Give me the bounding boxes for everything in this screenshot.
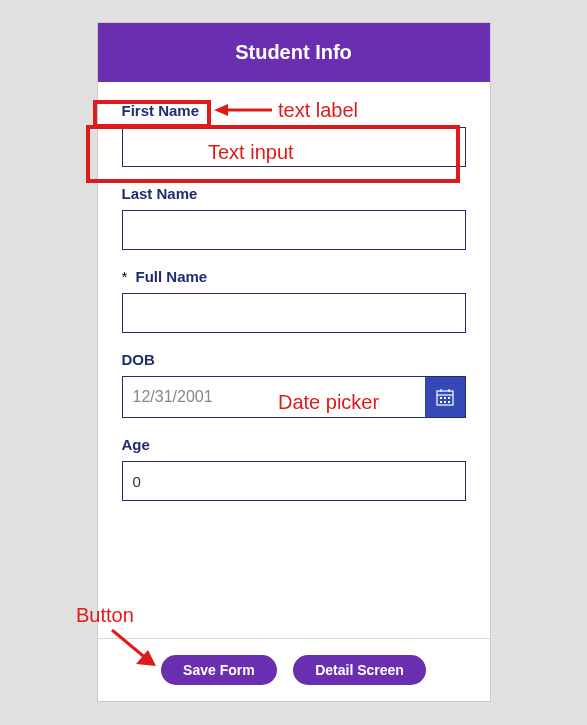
svg-rect-8: [444, 401, 446, 403]
svg-rect-6: [448, 397, 450, 399]
last-name-field: Last Name: [122, 185, 466, 250]
required-star: *: [122, 268, 128, 285]
last-name-label: Last Name: [122, 185, 466, 202]
svg-rect-5: [444, 397, 446, 399]
age-input[interactable]: [122, 461, 466, 501]
first-name-label: First Name: [122, 102, 466, 119]
svg-rect-4: [440, 397, 442, 399]
first-name-field: First Name: [122, 102, 466, 167]
age-label: Age: [122, 436, 466, 453]
first-name-input[interactable]: [122, 127, 466, 167]
card-title: Student Info: [235, 41, 352, 63]
full-name-field: * Full Name: [122, 268, 466, 333]
last-name-input[interactable]: [122, 210, 466, 250]
calendar-icon: [436, 388, 454, 406]
dob-picker: [122, 376, 466, 418]
button-bar: Save Form Detail Screen: [98, 638, 490, 701]
svg-rect-7: [440, 401, 442, 403]
detail-button[interactable]: Detail Screen: [293, 655, 426, 685]
age-field: Age: [122, 436, 466, 501]
student-info-card: Student Info First Name Last Name * Full…: [97, 22, 491, 702]
save-button[interactable]: Save Form: [161, 655, 277, 685]
full-name-label: * Full Name: [122, 268, 466, 285]
card-header: Student Info: [98, 23, 490, 82]
dob-label: DOB: [122, 351, 466, 368]
full-name-input[interactable]: [122, 293, 466, 333]
svg-rect-9: [448, 401, 450, 403]
calendar-button[interactable]: [425, 377, 465, 417]
dob-input[interactable]: [123, 377, 425, 417]
dob-field: DOB: [122, 351, 466, 418]
card-body: First Name Last Name * Full Name DOB: [98, 82, 490, 501]
